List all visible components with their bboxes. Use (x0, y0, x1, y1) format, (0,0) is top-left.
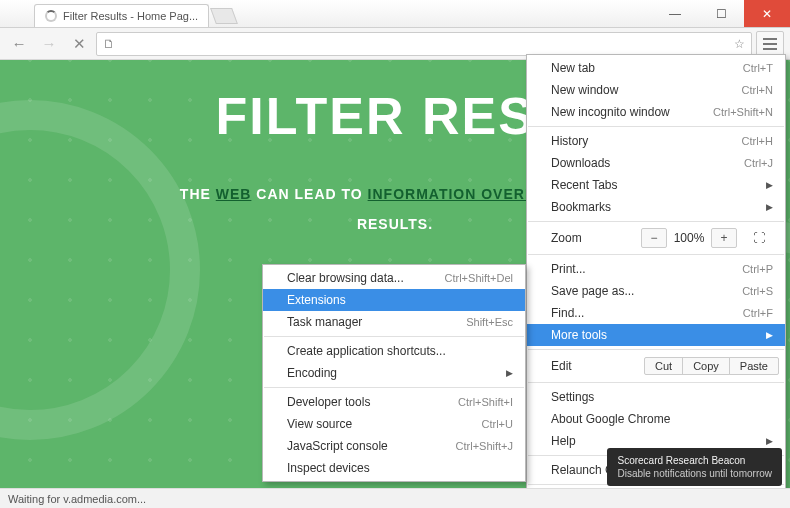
new-tab-button[interactable] (210, 8, 238, 24)
submenu-devtools[interactable]: Developer toolsCtrl+Shift+I (263, 391, 525, 413)
web-link[interactable]: WEB (216, 186, 252, 202)
copy-button[interactable]: Copy (682, 357, 730, 375)
menu-settings[interactable]: Settings (527, 386, 785, 408)
paste-button[interactable]: Paste (729, 357, 779, 375)
fullscreen-button[interactable]: ⛶ (745, 231, 773, 245)
zoom-label: Zoom (551, 231, 582, 245)
menu-bookmarks[interactable]: Bookmarks▶ (527, 196, 785, 218)
menu-incognito[interactable]: New incognito windowCtrl+Shift+N (527, 101, 785, 123)
status-text: Waiting for v.admedia.com... (8, 493, 146, 505)
menu-new-window[interactable]: New windowCtrl+N (527, 79, 785, 101)
maximize-button[interactable]: ☐ (698, 0, 744, 27)
menu-new-tab[interactable]: New tabCtrl+T (527, 57, 785, 79)
submenu-clear-browsing[interactable]: Clear browsing data...Ctrl+Shift+Del (263, 267, 525, 289)
edit-label: Edit (551, 359, 572, 373)
menu-more-tools[interactable]: More tools▶ (527, 324, 785, 346)
notification-toast[interactable]: Scorecard Research Beacon Disable notifi… (607, 448, 782, 486)
close-button[interactable]: ✕ (744, 0, 790, 27)
submenu-create-shortcuts[interactable]: Create application shortcuts... (263, 340, 525, 362)
window-controls: — ☐ ✕ (652, 0, 790, 27)
submenu-extensions[interactable]: Extensions (263, 289, 525, 311)
loading-spinner-icon (45, 10, 57, 22)
submenu-inspect-devices[interactable]: Inspect devices (263, 457, 525, 479)
minimize-button[interactable]: — (652, 0, 698, 27)
submenu-js-console[interactable]: JavaScript consoleCtrl+Shift+J (263, 435, 525, 457)
menu-downloads[interactable]: DownloadsCtrl+J (527, 152, 785, 174)
menu-recent-tabs[interactable]: Recent Tabs▶ (527, 174, 785, 196)
page-icon: 🗋 (103, 37, 115, 51)
zoom-in-button[interactable]: + (711, 228, 737, 248)
menu-zoom-row: Zoom − 100% + ⛶ (527, 225, 785, 251)
menu-print[interactable]: Print...Ctrl+P (527, 258, 785, 280)
menu-edit-row: Edit Cut Copy Paste (527, 353, 785, 379)
cut-button[interactable]: Cut (644, 357, 683, 375)
chrome-main-menu: New tabCtrl+T New windowCtrl+N New incog… (526, 54, 786, 508)
status-bar: Waiting for v.admedia.com... (0, 488, 790, 508)
toast-title: Scorecard Research Beacon (617, 454, 772, 467)
stop-reload-button[interactable]: ✕ (66, 31, 92, 57)
menu-about[interactable]: About Google Chrome (527, 408, 785, 430)
menu-find[interactable]: Find...Ctrl+F (527, 302, 785, 324)
tab-title: Filter Results - Home Pag... (63, 10, 198, 22)
submenu-task-manager[interactable]: Task managerShift+Esc (263, 311, 525, 333)
more-tools-submenu: Clear browsing data...Ctrl+Shift+Del Ext… (262, 264, 526, 482)
address-bar[interactable]: 🗋 ☆ (96, 32, 752, 56)
zoom-out-button[interactable]: − (641, 228, 667, 248)
toast-body: Disable notifications until tomorrow (617, 467, 772, 480)
window-titlebar: Filter Results - Home Pag... — ☐ ✕ (0, 0, 790, 28)
submenu-encoding[interactable]: Encoding▶ (263, 362, 525, 384)
submenu-view-source[interactable]: View sourceCtrl+U (263, 413, 525, 435)
back-button[interactable]: ← (6, 31, 32, 57)
forward-button[interactable]: → (36, 31, 62, 57)
menu-history[interactable]: HistoryCtrl+H (527, 130, 785, 152)
bookmark-star-icon[interactable]: ☆ (734, 37, 745, 51)
browser-tab[interactable]: Filter Results - Home Pag... (34, 4, 209, 27)
zoom-value: 100% (669, 231, 709, 245)
menu-save-page[interactable]: Save page as...Ctrl+S (527, 280, 785, 302)
menu-button[interactable] (756, 31, 784, 57)
